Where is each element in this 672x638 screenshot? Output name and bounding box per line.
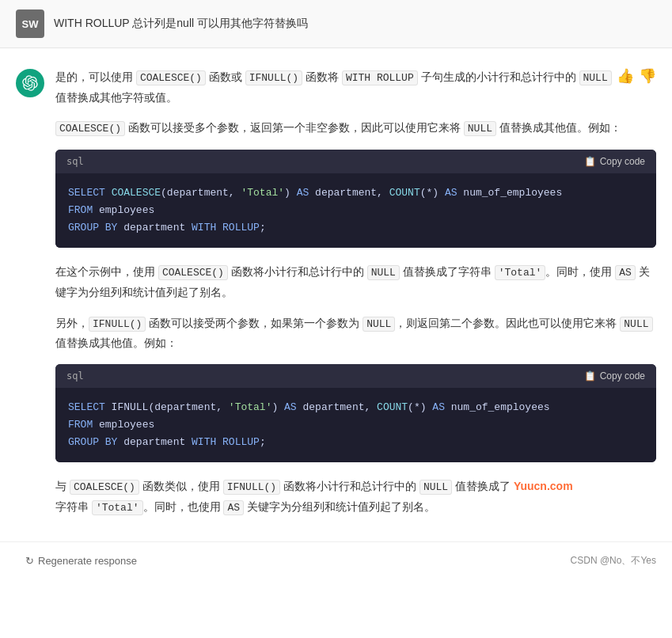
csdn-badge: CSDN @No、不Yes (571, 554, 656, 568)
regenerate-label: Regenerate response (38, 555, 137, 567)
regenerate-button[interactable]: ↻ Regenerate response (16, 550, 146, 572)
code-null-1: NULL (579, 70, 612, 85)
code-ifnull-ref2: IFNULL() (223, 480, 280, 495)
code-body-1: SELECT COALESCE(department, 'Total') AS … (55, 173, 656, 248)
feedback-buttons: 👍 👎 (612, 67, 656, 85)
message-block: 是的，可以使用 COALESCE() 函数或 IFNULL() 函数将 WITH… (16, 48, 656, 541)
copy-button-1[interactable]: 📋 Copy code (584, 156, 645, 167)
code-ifnull-1: IFNULL() (245, 70, 302, 85)
csdn-text: CSDN @No、不Yes (571, 555, 656, 566)
thumbs-down-icon[interactable]: 👎 (639, 67, 656, 85)
code-total-ref2: 'Total' (92, 500, 143, 515)
copy-icon-2: 📋 (584, 370, 596, 382)
code-coalesce-ref3: COALESCE() (70, 480, 139, 495)
para4: 与 COALESCE() 函数类似，使用 IFNULL() 函数将小计行和总计行… (55, 477, 656, 518)
code-with-rollup-1: WITH ROLLUP (342, 70, 418, 85)
code-line-4: SELECT IFNULL(department, 'Total') AS de… (68, 399, 644, 416)
avatar-initials: SW (22, 18, 39, 30)
code-coalesce-ref2: COALESCE() (158, 265, 228, 280)
code-line-2: FROM employees (68, 202, 644, 219)
code-null-ref3: NULL (363, 317, 395, 332)
openai-logo-icon (22, 75, 38, 91)
conversation-title: WITH ROLLUP 总计列是null 可以用其他字符替换吗 (54, 17, 308, 31)
code-lang-2: sql (66, 370, 84, 382)
intro-paragraph: 是的，可以使用 COALESCE() 函数或 IFNULL() 函数将 WITH… (55, 67, 612, 107)
para3: 另外，IFNULL() 函数可以接受两个参数，如果第一个参数为 NULL，则返回… (55, 313, 656, 353)
code-lang-1: sql (66, 156, 84, 167)
para2: 在这个示例中，使用 COALESCE() 函数将小计行和总计行中的 NULL 值… (55, 262, 656, 302)
code-body-2: SELECT IFNULL(department, 'Total') AS de… (55, 388, 656, 462)
code-total-ref: 'Total' (495, 265, 546, 280)
code-coalesce-1: COALESCE() (136, 70, 206, 85)
code-as-ref: AS (615, 265, 636, 280)
thumbs-up-icon[interactable]: 👍 (617, 67, 634, 85)
response-content-area: 是的，可以使用 COALESCE() 函数或 IFNULL() 函数将 WITH… (55, 67, 656, 529)
regenerate-icon: ↻ (25, 555, 34, 567)
code-null-ref4: NULL (620, 317, 652, 332)
code-as-ref2: AS (223, 500, 244, 515)
code-block-1: sql 📋 Copy code SELECT COALESCE(departme… (55, 150, 656, 248)
copy-button-2[interactable]: 📋 Copy code (584, 370, 645, 382)
copy-icon-1: 📋 (584, 156, 596, 167)
code-header-1: sql 📋 Copy code (55, 150, 656, 173)
code-line-5: FROM employees (68, 416, 644, 434)
copy-label-1: Copy code (600, 156, 645, 167)
copy-label-2: Copy code (600, 370, 645, 382)
code-line-6: GROUP BY department WITH ROLLUP; (68, 434, 644, 451)
code-ifnull-ref: IFNULL() (89, 317, 146, 332)
watermark-text: Yuucn.com (514, 480, 573, 492)
para1: COALESCE() 函数可以接受多个参数，返回第一个非空参数，因此可以使用它来… (55, 118, 656, 139)
user-avatar: SW (16, 9, 44, 38)
bottom-bar: ↻ Regenerate response CSDN @No、不Yes (0, 541, 672, 579)
code-header-2: sql 📋 Copy code (55, 364, 656, 388)
code-null-ref2: NULL (367, 265, 400, 280)
code-coalesce-ref: COALESCE() (55, 121, 125, 136)
code-line-3: GROUP BY department WITH ROLLUP; (68, 219, 644, 237)
openai-avatar (16, 69, 44, 97)
code-line-1: SELECT COALESCE(department, 'Total') AS … (68, 184, 644, 202)
main-content: 是的，可以使用 COALESCE() 函数或 IFNULL() 函数将 WITH… (0, 48, 672, 541)
code-block-2: sql 📋 Copy code SELECT IFNULL(department… (55, 364, 656, 462)
code-null-ref: NULL (464, 121, 496, 136)
header-bar: SW WITH ROLLUP 总计列是null 可以用其他字符替换吗 (0, 0, 672, 48)
code-null-ref5: NULL (420, 480, 452, 495)
